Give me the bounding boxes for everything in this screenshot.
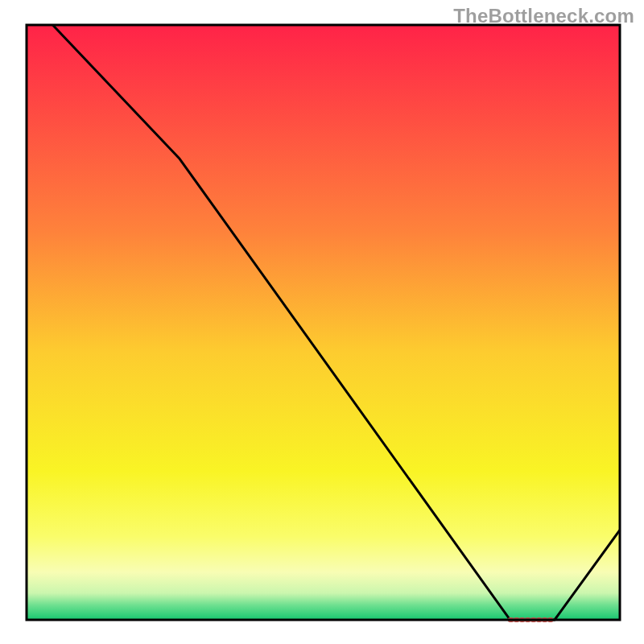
- plot-background: [27, 25, 620, 620]
- chart-container: TheBottleneck.com: [0, 0, 644, 644]
- watermark-text: TheBottleneck.com: [453, 5, 634, 27]
- chart-svg: [0, 0, 644, 644]
